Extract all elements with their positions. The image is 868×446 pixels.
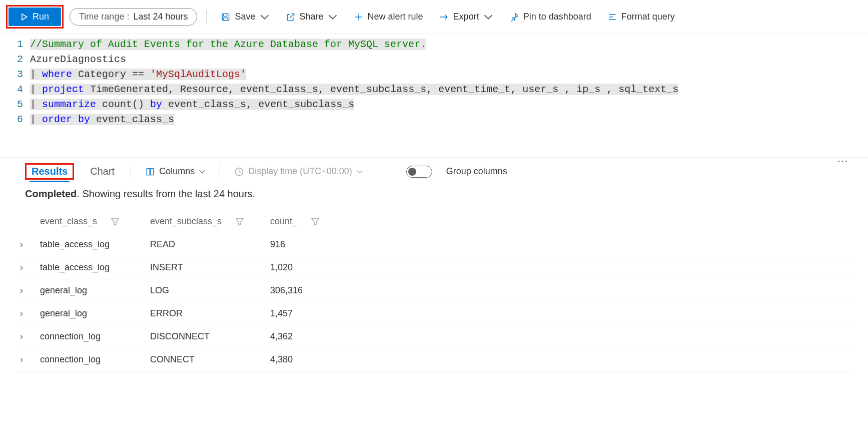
table-row[interactable]: ›table_access_logINSERT1,020 <box>15 256 853 279</box>
save-icon <box>221 12 231 22</box>
status-completed: Completed <box>25 188 77 199</box>
line-number: 2 <box>0 52 30 67</box>
code-line[interactable]: | where Category == 'MySqlAuditLogs' <box>30 67 246 82</box>
filter-icon[interactable] <box>111 218 119 226</box>
expand-icon[interactable]: › <box>20 285 40 296</box>
save-button[interactable]: Save <box>216 9 274 25</box>
format-query-button[interactable]: Format query <box>602 9 680 25</box>
expand-icon[interactable]: › <box>20 262 40 273</box>
chevron-down-icon <box>483 12 493 22</box>
results-toolbar: ⋯ Results Chart Columns Display time (UT… <box>0 157 868 180</box>
query-editor[interactable]: 1//Summary of Audit Events for the Azure… <box>0 34 868 157</box>
divider <box>220 165 220 178</box>
chevron-down-icon <box>356 168 363 175</box>
col-header[interactable]: event_class_s <box>40 216 150 227</box>
table-row[interactable]: ›connection_logCONNECT4,380 <box>15 348 853 371</box>
cell-event-class: table_access_log <box>40 239 150 250</box>
time-range-label: Time range : <box>79 12 129 22</box>
filter-icon[interactable] <box>311 218 319 226</box>
line-number: 1 <box>0 37 30 52</box>
table-row[interactable]: ›general_logLOG306,316 <box>15 279 853 302</box>
columns-label: Columns <box>159 166 195 177</box>
export-icon <box>439 12 449 22</box>
code-line[interactable]: AzureDiagnostics <box>30 52 126 67</box>
run-button[interactable]: Run <box>9 8 61 26</box>
columns-button[interactable]: Columns <box>145 166 206 177</box>
export-label: Export <box>453 12 479 22</box>
display-time-button[interactable]: Display time (UTC+00:00) <box>234 166 363 177</box>
table-row[interactable]: ›general_logERROR1,457 <box>15 302 853 325</box>
cell-event-subclass: CONNECT <box>150 354 270 365</box>
chevron-down-icon <box>260 12 270 22</box>
toolbar: Run Time range : Last 24 hours Save Shar… <box>0 0 868 34</box>
svg-rect-1 <box>151 168 154 175</box>
expand-icon[interactable]: › <box>20 308 40 319</box>
cell-event-class: connection_log <box>40 354 150 365</box>
time-range-value: Last 24 hours <box>133 12 188 22</box>
tab-chart[interactable]: Chart <box>88 163 117 180</box>
cell-count: 1,457 <box>270 308 370 319</box>
svg-rect-0 <box>147 168 150 175</box>
clock-icon <box>234 167 244 177</box>
cell-event-subclass: ERROR <box>150 308 270 319</box>
plus-icon <box>354 12 364 22</box>
code-line[interactable]: | project TimeGenerated, Resource, event… <box>30 82 678 97</box>
cell-event-class: table_access_log <box>40 262 150 273</box>
cell-count: 306,316 <box>270 285 370 296</box>
play-icon <box>21 13 29 21</box>
share-button[interactable]: Share <box>281 9 343 25</box>
cell-count: 4,380 <box>270 354 370 365</box>
time-range-picker[interactable]: Time range : Last 24 hours <box>70 8 197 26</box>
pin-label: Pin to dashboard <box>523 12 591 22</box>
col-header[interactable]: event_subclass_s <box>150 216 270 227</box>
table-row[interactable]: ›table_access_logREAD916 <box>15 233 853 256</box>
pin-button[interactable]: Pin to dashboard <box>504 9 596 25</box>
group-columns-label: Group columns <box>446 166 507 177</box>
cell-event-subclass: INSERT <box>150 262 270 273</box>
code-line[interactable]: | order by event_class_s <box>30 112 174 127</box>
format-icon <box>607 12 617 22</box>
table-row[interactable]: ›connection_logDISCONNECT4,362 <box>15 325 853 348</box>
code-line[interactable]: | summarize count() by event_class_s, ev… <box>30 97 354 112</box>
line-number: 6 <box>0 112 30 127</box>
filter-icon[interactable] <box>236 218 244 226</box>
run-highlight: Run <box>6 5 64 29</box>
expand-icon[interactable]: › <box>20 354 40 365</box>
tab-results[interactable]: Results <box>30 163 70 182</box>
chevron-down-icon <box>199 168 206 175</box>
col-header[interactable]: count_ <box>270 216 370 227</box>
status-detail: . Showing results from the last 24 hours… <box>77 188 255 199</box>
export-button[interactable]: Export <box>434 9 498 25</box>
new-alert-button[interactable]: New alert rule <box>349 9 428 25</box>
grid-header: event_class_s event_subclass_s count_ <box>15 210 853 233</box>
display-time-label: Display time (UTC+00:00) <box>248 166 352 177</box>
results-grid: event_class_s event_subclass_s count_ ›t… <box>15 210 853 371</box>
chevron-down-icon <box>328 12 338 22</box>
divider <box>206 10 207 24</box>
divider <box>131 165 131 178</box>
cell-count: 4,362 <box>270 331 370 342</box>
new-alert-label: New alert rule <box>368 12 423 22</box>
cell-count: 1,020 <box>270 262 370 273</box>
status-line: Completed. Showing results from the last… <box>0 180 868 203</box>
code-line[interactable]: //Summary of Audit Events for the Azure … <box>30 37 426 52</box>
col-header-label: count_ <box>270 216 297 227</box>
col-header-label: event_class_s <box>40 216 97 227</box>
expand-icon[interactable]: › <box>20 239 40 250</box>
cell-event-class: general_log <box>40 308 150 319</box>
share-label: Share <box>300 12 324 22</box>
pin-icon <box>509 12 519 22</box>
cell-event-class: general_log <box>40 285 150 296</box>
cell-count: 916 <box>270 239 370 250</box>
run-label: Run <box>33 12 49 22</box>
expand-icon[interactable]: › <box>20 331 40 342</box>
line-number: 3 <box>0 67 30 82</box>
results-tab-highlight: Results <box>25 163 74 180</box>
col-header-label: event_subclass_s <box>150 216 222 227</box>
group-columns-toggle[interactable] <box>406 166 432 178</box>
cell-event-subclass: DISCONNECT <box>150 331 270 342</box>
cell-event-class: connection_log <box>40 331 150 342</box>
line-number: 4 <box>0 82 30 97</box>
line-number: 5 <box>0 97 30 112</box>
more-icon[interactable]: ⋯ <box>837 155 848 168</box>
